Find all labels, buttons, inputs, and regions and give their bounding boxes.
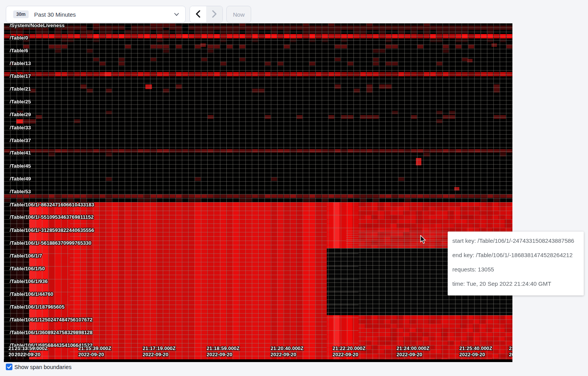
chevron-right-icon xyxy=(212,10,217,19)
tooltip-end-key: end key: /Table/106/1/-18683814745282642… xyxy=(452,252,579,258)
range-tooltip: start key: /Table/106/1/-247433150824388… xyxy=(448,232,584,295)
chevron-left-icon xyxy=(195,10,200,19)
key-visualizer-canvas[interactable] xyxy=(4,23,512,362)
show-span-boundaries-checkbox[interactable] xyxy=(6,364,12,370)
key-visualizer-page: 30m Past 30 Minutes Now start key: / xyxy=(0,0,588,376)
footer: Show span boundaries xyxy=(6,364,72,370)
time-range-dropdown[interactable]: 30m Past 30 Minutes xyxy=(6,6,186,23)
chevron-down-icon xyxy=(174,13,179,16)
time-range-badge: 30m xyxy=(13,10,29,18)
time-nav-group xyxy=(190,6,223,23)
check-icon xyxy=(7,364,12,371)
tooltip-requests: requests: 13055 xyxy=(452,266,579,272)
time-range-label: Past 30 Minutes xyxy=(34,11,76,18)
prev-time-button[interactable] xyxy=(190,6,206,22)
next-time-button[interactable] xyxy=(206,6,222,22)
now-button[interactable]: Now xyxy=(226,6,251,23)
show-span-boundaries-label: Show span boundaries xyxy=(14,364,72,370)
tooltip-time: time: Tue, 20 Sep 2022 21:24:40 GMT xyxy=(452,281,579,287)
tooltip-start-key: start key: /Table/106/1/-247433150824388… xyxy=(452,238,579,244)
